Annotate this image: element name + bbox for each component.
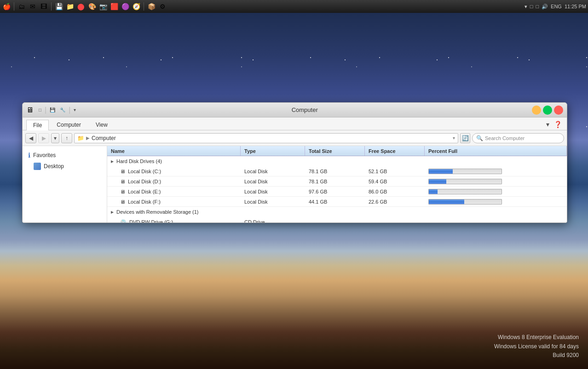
purple-icon[interactable]: 🟣 bbox=[121, 2, 130, 11]
taskbar-sys1[interactable]: □ bbox=[530, 4, 533, 9]
tab-view[interactable]: View bbox=[89, 119, 115, 130]
title-sep2: | bbox=[69, 106, 70, 114]
taskbar: 🍎 🗂 ✉ 🎞 💾 📁 ⬤ 🎨 📷 🟥 🟣 🧭 📦 ⚙ ▾ □ □ 🔊 ENG … bbox=[0, 0, 588, 13]
section-label-removable: Devices with Removable Storage (1) bbox=[116, 209, 199, 215]
col-free[interactable]: Free Space bbox=[365, 146, 425, 156]
drive-f-type: Local Disk bbox=[241, 199, 305, 205]
video-icon[interactable]: 🎞 bbox=[39, 2, 48, 11]
opera-icon[interactable]: ⬤ bbox=[76, 2, 86, 11]
window-controls bbox=[532, 105, 563, 115]
back-button[interactable]: ◀ bbox=[25, 133, 36, 143]
sidebar-item-desktop[interactable]: Desktop bbox=[23, 161, 107, 172]
col-type[interactable]: Type bbox=[241, 146, 305, 156]
drive-c-free: 52.1 GB bbox=[365, 169, 425, 174]
drive-d-type: Local Disk bbox=[241, 179, 305, 184]
drive-f-percent bbox=[425, 199, 567, 205]
tab-file[interactable]: File bbox=[26, 120, 49, 130]
folder-icon[interactable]: 📁 bbox=[65, 2, 75, 11]
finder-icon[interactable]: 🗂 bbox=[17, 2, 26, 11]
drive-d-progress-fill bbox=[429, 179, 446, 184]
package-icon[interactable]: 📦 bbox=[147, 2, 156, 11]
minimize-button[interactable] bbox=[532, 105, 541, 115]
section-removable[interactable]: ▶ Devices with Removable Storage (1) bbox=[107, 207, 567, 217]
section-triangle-removable: ▶ bbox=[111, 210, 114, 214]
language-indicator: ENG bbox=[551, 4, 562, 9]
table-row[interactable]: 🖥 Local Disk (E:) Local Disk 97.6 GB 86.… bbox=[107, 187, 567, 197]
nav-dropdown-btn[interactable]: ▾ bbox=[51, 133, 59, 143]
up-button[interactable]: ↑ bbox=[61, 133, 72, 143]
drive-e-icon: 🖥 bbox=[120, 189, 125, 194]
watermark-line3: Build 9200 bbox=[494, 351, 579, 360]
drive-c-progress-fill bbox=[429, 169, 453, 174]
search-box[interactable]: 🔍 Search Computer bbox=[472, 133, 564, 143]
drive-f-name: 🖥 Local Disk (F:) bbox=[107, 199, 241, 205]
col-name[interactable]: Name bbox=[107, 146, 241, 156]
camera-icon[interactable]: 📷 bbox=[98, 2, 108, 11]
drive-c-progress-bar bbox=[428, 169, 502, 174]
table-row[interactable]: 💿 DVD RW Drive (G:) CD Drive bbox=[107, 217, 567, 223]
window-icon: 🖥 bbox=[26, 106, 34, 114]
drive-d-percent bbox=[425, 179, 567, 184]
drive-c-total: 78.1 GB bbox=[305, 169, 365, 174]
table-row[interactable]: 🖥 Local Disk (C:) Local Disk 78.1 GB 52.… bbox=[107, 166, 567, 176]
watermark-line1: Windows 8 Enterprise Evaluation bbox=[494, 333, 579, 342]
quick-props-btn[interactable]: 🔧 bbox=[58, 107, 67, 113]
volume-icon[interactable]: 🔊 bbox=[542, 4, 548, 10]
drive-g-type: CD Drive bbox=[241, 219, 305, 223]
ribbon-collapse-btn[interactable]: ▾ bbox=[545, 121, 551, 128]
search-placeholder: Search Computer bbox=[485, 135, 525, 141]
address-folder-icon: 📁 bbox=[77, 135, 84, 141]
drive-c-icon: 🖥 bbox=[120, 169, 125, 174]
drive-e-percent bbox=[425, 189, 567, 194]
quick-access-btn[interactable]: □ bbox=[37, 107, 43, 113]
apple-menu-icon[interactable]: 🍎 bbox=[2, 2, 11, 11]
address-bar[interactable]: 📁 ▶ Computer ▾ bbox=[74, 133, 458, 143]
forward-button[interactable]: ▶ bbox=[38, 133, 49, 143]
drive-c-name: 🖥 Local Disk (C:) bbox=[107, 169, 241, 174]
address-dropdown-btn[interactable]: ▾ bbox=[453, 135, 455, 141]
drive-f-free: 22.6 GB bbox=[365, 199, 425, 205]
quick-save-btn[interactable]: 💾 bbox=[48, 107, 57, 113]
section-expander-removable: ▶ Devices with Removable Storage (1) bbox=[107, 208, 241, 216]
sidebar: ℹ Favorites Desktop bbox=[23, 146, 107, 223]
table-row[interactable]: 🖥 Local Disk (F:) Local Disk 44.1 GB 22.… bbox=[107, 197, 567, 207]
drive-f-progress-bar bbox=[428, 199, 502, 205]
windows-watermark: Windows 8 Enterprise Evaluation Windows … bbox=[494, 333, 579, 360]
gear-icon[interactable]: ⚙ bbox=[158, 2, 167, 11]
drive-e-free: 86.0 GB bbox=[365, 189, 425, 194]
table-row[interactable]: 🖥 Local Disk (D:) Local Disk 78.1 GB 59.… bbox=[107, 176, 567, 187]
quick-dropdown-btn[interactable]: ▾ bbox=[72, 107, 77, 113]
section-label-hdd: Hard Disk Drives (4) bbox=[116, 158, 162, 164]
taskbar-right: ▾ □ □ 🔊 ENG 11:25 PM bbox=[525, 4, 586, 10]
drive-e-name: 🖥 Local Disk (E:) bbox=[107, 189, 241, 194]
close-button[interactable] bbox=[554, 105, 563, 115]
drive-f-total: 44.1 GB bbox=[305, 199, 365, 205]
col-percent[interactable]: Percent Full bbox=[425, 146, 567, 156]
red-icon[interactable]: 🟥 bbox=[110, 2, 119, 11]
maximize-button[interactable] bbox=[543, 105, 552, 115]
drive-d-free: 59.4 GB bbox=[365, 179, 425, 184]
tab-computer[interactable]: Computer bbox=[50, 119, 88, 130]
col-total[interactable]: Total Size bbox=[305, 146, 365, 156]
disk-icon[interactable]: 💾 bbox=[54, 2, 63, 11]
nav-bar: ◀ ▶ ▾ ↑ 📁 ▶ Computer ▾ 🔄 🔍 Search Comput… bbox=[23, 130, 567, 146]
taskbar-dropdown[interactable]: ▾ bbox=[525, 4, 527, 10]
mail-icon[interactable]: ✉ bbox=[28, 2, 37, 11]
safari-icon[interactable]: 🧭 bbox=[132, 2, 141, 11]
photoshop-icon[interactable]: 🎨 bbox=[87, 2, 97, 11]
content-area: ℹ Favorites Desktop Name Type Total Size… bbox=[23, 146, 567, 223]
section-triangle-hdd: ▶ bbox=[111, 159, 114, 164]
drive-e-type: Local Disk bbox=[241, 189, 305, 194]
title-sep: | bbox=[45, 106, 46, 114]
section-hard-drives[interactable]: ▶ Hard Disk Drives (4) bbox=[107, 156, 567, 166]
drive-e-progress-bar bbox=[428, 189, 502, 194]
sidebar-item-favorites[interactable]: ℹ Favorites bbox=[23, 150, 107, 161]
taskbar-sep2 bbox=[51, 2, 52, 11]
ribbon-help-btn[interactable]: ❓ bbox=[553, 121, 563, 128]
drive-f-icon: 🖥 bbox=[120, 199, 125, 205]
clock: 11:25 PM bbox=[565, 4, 586, 9]
address-sep: ▶ bbox=[86, 135, 90, 141]
refresh-button[interactable]: 🔄 bbox=[460, 133, 470, 143]
drive-f-progress-fill bbox=[429, 199, 464, 204]
taskbar-sys2[interactable]: □ bbox=[536, 4, 539, 9]
